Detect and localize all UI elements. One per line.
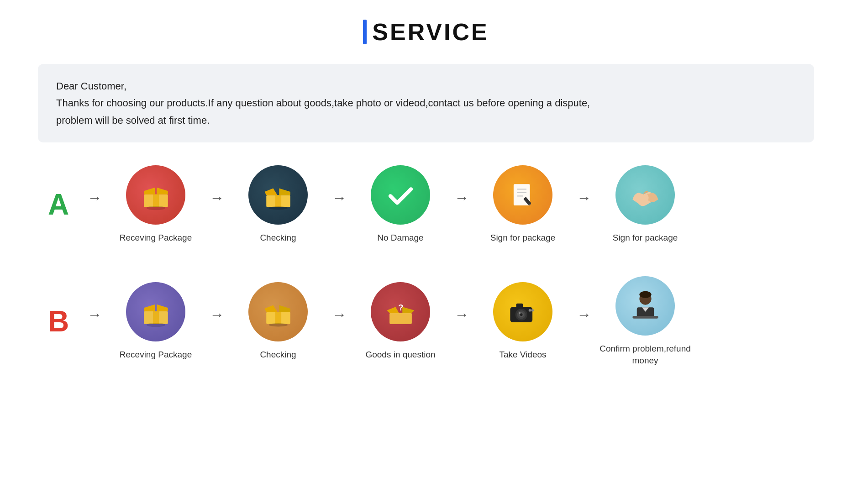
page-header: SERVICE	[363, 18, 489, 46]
flow-label-a3: Sign for package	[490, 232, 556, 244]
flow-item-a0: Receving Package	[110, 165, 201, 244]
flow-label-a1: Checking	[260, 232, 296, 244]
flow-label-b1: Checking	[260, 349, 296, 361]
flow-icon-a0	[126, 165, 185, 225]
flow-label-a0: Receving Package	[120, 232, 192, 244]
svg-marker-6	[264, 188, 277, 195]
svg-rect-35	[516, 303, 523, 307]
svg-point-36	[528, 309, 531, 312]
svg-marker-22	[264, 305, 277, 312]
arrow-a1: →	[210, 189, 224, 206]
flow-section-a: A → Receving Package →	[38, 165, 814, 249]
svg-rect-42	[632, 316, 658, 319]
arrow-a4: →	[577, 189, 591, 206]
flow-item-a2: No Damage	[355, 165, 446, 244]
flow-icon-a1	[248, 165, 308, 225]
arrow-a3: →	[454, 189, 469, 206]
flow-item-a3: Sign for package	[477, 165, 568, 244]
flow-row-a: A → Receving Package →	[38, 165, 814, 244]
svg-marker-27	[387, 307, 399, 313]
flow-section-b: B → Receving Package →	[38, 276, 814, 372]
notice-line1: Dear Customer,	[56, 78, 796, 94]
svg-rect-3	[153, 194, 158, 207]
flow-item-b0: Receving Package	[110, 282, 201, 361]
svg-text:?: ?	[398, 302, 403, 312]
svg-marker-2	[157, 187, 168, 194]
svg-point-37	[531, 309, 534, 312]
svg-marker-1	[144, 187, 155, 194]
svg-point-34	[520, 313, 522, 316]
svg-point-20	[146, 323, 165, 327]
svg-marker-18	[157, 304, 168, 311]
arrow-b4: →	[577, 306, 591, 323]
arrow-a2: →	[332, 189, 347, 206]
svg-point-9	[268, 206, 287, 210]
arrow-b0: →	[87, 306, 102, 323]
flow-label-a4: Sign for package	[613, 232, 678, 244]
svg-rect-19	[153, 311, 158, 324]
svg-rect-8	[275, 195, 281, 207]
flow-icon-a3	[493, 165, 552, 225]
flow-icon-b2: ?	[371, 282, 430, 341]
arrow-a0: →	[87, 189, 102, 206]
page-title: SERVICE	[372, 18, 489, 46]
flow-icon-a4	[615, 165, 675, 225]
flow-icon-a2	[371, 165, 430, 225]
flow-icon-b0	[126, 282, 185, 341]
svg-point-38	[519, 312, 521, 314]
flow-label-b2: Goods in question	[365, 349, 435, 361]
svg-point-25	[268, 323, 287, 326]
flow-item-b2: ? Goods in question	[355, 282, 446, 361]
flow-label-b4: Confirm problem,refund money	[600, 343, 691, 367]
flow-item-b1: Checking	[232, 282, 324, 361]
arrow-b1: →	[210, 306, 224, 323]
flow-label-b3: Take Videos	[499, 349, 546, 361]
flow-item-b3: Take Videos	[477, 282, 568, 361]
flow-label-b0: Receving Package	[120, 349, 192, 361]
arrow-b2: →	[332, 306, 347, 323]
flow-icon-b4	[615, 276, 675, 336]
notice-line3: problem will be solved at first time.	[56, 112, 796, 129]
svg-rect-24	[275, 312, 281, 324]
svg-marker-7	[279, 188, 290, 195]
svg-marker-17	[144, 304, 155, 311]
notice-box: Dear Customer, Thanks for choosing our p…	[38, 64, 814, 142]
flow-icon-b3	[493, 282, 552, 341]
flow-label-a2: No Damage	[377, 232, 423, 244]
svg-point-40	[639, 291, 651, 298]
flow-item-b4: Confirm problem,refund money	[600, 276, 691, 367]
svg-rect-26	[389, 313, 412, 324]
flow-item-a1: Checking	[232, 165, 324, 244]
title-accent-bar	[363, 20, 367, 44]
svg-marker-28	[402, 307, 414, 313]
flow-letter-b: B	[38, 304, 79, 338]
arrow-b3: →	[454, 306, 469, 323]
flow-icon-b1	[248, 282, 308, 341]
flow-item-a4: Sign for package	[600, 165, 691, 244]
svg-point-4	[146, 206, 165, 210]
notice-line2: Thanks for choosing our products.If any …	[56, 94, 796, 111]
svg-marker-23	[279, 305, 290, 312]
flow-row-b: B → Receving Package →	[38, 276, 814, 367]
flow-letter-a: A	[38, 188, 79, 221]
